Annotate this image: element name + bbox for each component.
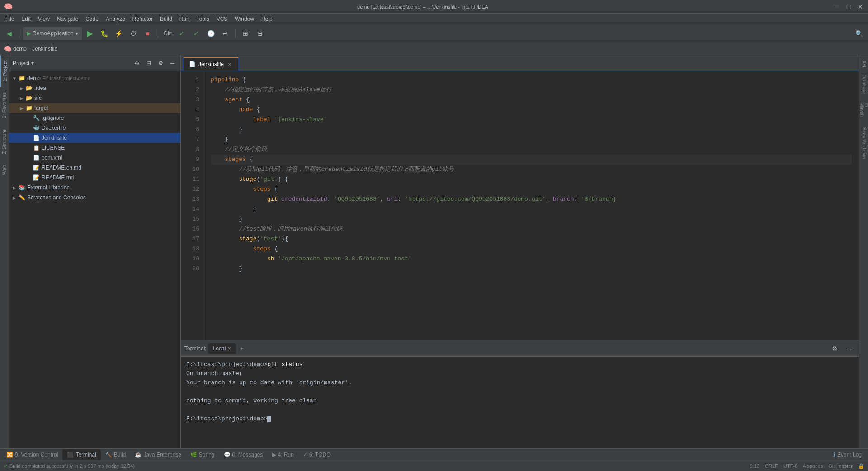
tree-arrow-src: ▶ bbox=[18, 96, 25, 101]
tree-arrow-placeholder2: ▶ bbox=[25, 126, 33, 131]
tree-item-idea[interactable]: ▶ 📂 .idea bbox=[9, 83, 180, 93]
right-sidebar-bean-validation[interactable]: Bean Validation bbox=[860, 124, 868, 162]
menu-analyze[interactable]: Analyze bbox=[102, 15, 129, 23]
tab-spring[interactable]: 🌿 Spring bbox=[186, 449, 219, 460]
cursor-position[interactable]: 9:13 bbox=[750, 463, 760, 469]
tree-item-demo[interactable]: ▼ 📁 demo E:\itcast\project\demo bbox=[9, 73, 180, 83]
terminal-tab-close[interactable]: ✕ bbox=[227, 346, 231, 351]
close-button[interactable]: ✕ bbox=[856, 3, 864, 11]
menu-view[interactable]: View bbox=[34, 15, 53, 23]
tree-label-ext-libs: External Libraries bbox=[27, 184, 69, 191]
maximize-button[interactable]: □ bbox=[844, 3, 853, 11]
right-sidebar-maven[interactable]: mMaven bbox=[858, 99, 868, 120]
menu-navigate[interactable]: Navigate bbox=[53, 15, 82, 23]
code-editor[interactable]: 12345 678910 1112131415 1617181920 pipel… bbox=[181, 71, 859, 340]
line-ending[interactable]: CRLF bbox=[765, 463, 778, 469]
code-line-9: stages { bbox=[211, 155, 852, 165]
git-branch-status[interactable]: Git: master bbox=[828, 463, 853, 469]
terminal-settings-button[interactable]: ⚙ bbox=[828, 342, 841, 355]
menu-build[interactable]: Build bbox=[156, 15, 176, 23]
tree-item-license[interactable]: ▶ 📋 LICENSE bbox=[9, 143, 180, 153]
menu-vcs[interactable]: VCS bbox=[213, 15, 231, 23]
tab-terminal[interactable]: ⬛ Terminal bbox=[62, 449, 100, 460]
project-settings-btn[interactable]: ⚙ bbox=[156, 59, 165, 68]
tree-item-jenkinsfile[interactable]: ▶ 📄 Jenkinsfile bbox=[9, 133, 180, 143]
vcs-button[interactable]: ⊞ bbox=[239, 27, 252, 40]
run-icon: ▶ bbox=[272, 452, 276, 458]
tree-item-target[interactable]: ▶ 📁 target bbox=[9, 103, 180, 113]
tree-item-gitignore[interactable]: ▶ 🔧 .gitignore bbox=[9, 113, 180, 123]
breadcrumb-demo[interactable]: demo bbox=[13, 46, 27, 52]
tab-todo[interactable]: ✓ 6: TODO bbox=[298, 449, 335, 460]
indent[interactable]: 4 spaces bbox=[803, 463, 823, 469]
code-content[interactable]: pipeline { //指定运行的节点，本案例从slave运行 agent {… bbox=[203, 71, 859, 340]
git-undo[interactable]: ↩ bbox=[219, 27, 231, 40]
stop-button[interactable]: ■ bbox=[142, 27, 154, 40]
spring-icon: 🌿 bbox=[190, 452, 197, 458]
title-bar-title: demo [E:\itcast\project\demo] – …\Jenkin… bbox=[13, 4, 833, 9]
tab-build[interactable]: 🔨 Build bbox=[101, 449, 131, 460]
tree-label-gitignore: .gitignore bbox=[42, 115, 64, 121]
terminal-content[interactable]: E:\itcast\project\demo>git status On bra… bbox=[181, 357, 859, 448]
menu-tools[interactable]: Tools bbox=[193, 15, 213, 23]
menu-code[interactable]: Code bbox=[82, 15, 102, 23]
menu-window[interactable]: Window bbox=[231, 15, 258, 23]
split-button[interactable]: ⊟ bbox=[254, 27, 266, 40]
favorites-panel-label[interactable]: 2: Favorites bbox=[0, 87, 9, 123]
web-panel-label[interactable]: Web bbox=[0, 160, 9, 180]
search-everywhere-button[interactable]: 🔍 bbox=[853, 27, 865, 40]
file-icon-readme-en: 📝 bbox=[33, 164, 40, 171]
title-bar-left: 🧠 bbox=[4, 2, 13, 11]
tab-jenkinsfile[interactable]: 📄 Jenkinsfile ✕ bbox=[183, 57, 239, 71]
tab-messages[interactable]: 💬 0: Messages bbox=[219, 449, 268, 460]
build-icon: 🔨 bbox=[105, 452, 112, 458]
git-history[interactable]: 🕐 bbox=[204, 27, 217, 40]
breadcrumb-jenkinsfile[interactable]: Jenkinsfile bbox=[32, 46, 57, 52]
git-checkmark1[interactable]: ✓ bbox=[175, 27, 188, 40]
project-panel-label[interactable]: 1: Project bbox=[0, 55, 9, 87]
code-line-11: stage('git') { bbox=[211, 174, 852, 184]
terminal-minimize-button[interactable]: ─ bbox=[843, 342, 855, 355]
terminal-tab-local[interactable]: Local ✕ bbox=[208, 343, 236, 354]
structure-panel-label[interactable]: Z-Structure bbox=[0, 124, 9, 160]
back-button[interactable]: ◀ bbox=[3, 27, 15, 40]
tree-item-pomxml[interactable]: ▶ 📄 pom.xml bbox=[9, 153, 180, 163]
project-filter-btn[interactable]: ⊟ bbox=[144, 59, 153, 68]
tab-run[interactable]: ▶ 4: Run bbox=[268, 449, 298, 460]
project-minimize-btn[interactable]: ─ bbox=[168, 59, 177, 68]
menu-help[interactable]: Help bbox=[258, 15, 276, 23]
encoding[interactable]: UTF-8 bbox=[783, 463, 797, 469]
tab-java-enterprise[interactable]: ☕ Java Enterprise bbox=[130, 449, 185, 460]
terminal-add-tab-button[interactable]: + bbox=[237, 344, 246, 353]
tree-label-jenkinsfile: Jenkinsfile bbox=[42, 135, 67, 141]
code-line-17: stage('test'){ bbox=[211, 234, 852, 244]
tree-item-dockerfile[interactable]: ▶ 🐳 Dockerfile bbox=[9, 123, 180, 133]
right-sidebar-database[interactable]: Database bbox=[860, 71, 868, 98]
right-sidebar-ant[interactable]: Ant bbox=[860, 57, 868, 71]
git-checkmark2[interactable]: ✓ bbox=[190, 27, 203, 40]
tree-item-src[interactable]: ▶ 📂 src bbox=[9, 93, 180, 103]
menu-file[interactable]: File bbox=[2, 15, 18, 23]
tree-item-readme-en[interactable]: ▶ 📝 README.en.md bbox=[9, 163, 180, 173]
code-line-7: } bbox=[211, 135, 852, 145]
tree-item-ext-libs[interactable]: ▶ 📚 External Libraries bbox=[9, 183, 180, 193]
menu-edit[interactable]: Edit bbox=[18, 15, 34, 23]
debug-button[interactable]: 🐛 bbox=[98, 27, 111, 40]
minimize-button[interactable]: ─ bbox=[833, 3, 841, 11]
tab-version-control[interactable]: 🔀 9: Version Control bbox=[2, 449, 62, 460]
project-add-btn[interactable]: ⊕ bbox=[132, 59, 142, 68]
run-config-selector[interactable]: ▶ DemoApplication ▾ bbox=[23, 27, 82, 40]
file-icon-readme: 📝 bbox=[33, 174, 40, 181]
menu-run[interactable]: Run bbox=[176, 15, 193, 23]
run-button[interactable]: ▶ bbox=[84, 27, 96, 40]
terminal-line-5: nothing to commit, working tree clean bbox=[186, 396, 854, 405]
tree-item-scratches[interactable]: ▶ ✏️ Scratches and Consoles bbox=[9, 193, 180, 203]
tab-event-log[interactable]: ℹ Event Log bbox=[829, 449, 866, 460]
tree-item-readme[interactable]: ▶ 📝 README.md bbox=[9, 173, 180, 183]
profile-button[interactable]: ⏱ bbox=[127, 27, 140, 40]
coverage-button[interactable]: ⚡ bbox=[113, 27, 125, 40]
folder-icon-idea: 📂 bbox=[25, 85, 33, 92]
tab-close-jenkinsfile[interactable]: ✕ bbox=[226, 61, 233, 67]
code-line-13: git credentialsId: 'QQ952051088', url: '… bbox=[211, 194, 852, 204]
menu-refactor[interactable]: Refactor bbox=[129, 15, 156, 23]
